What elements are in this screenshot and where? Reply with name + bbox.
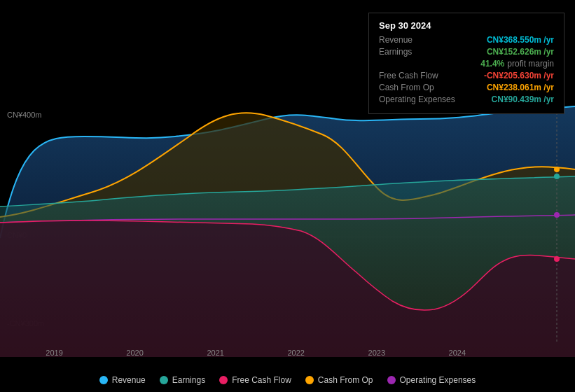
legend-label-revenue: Revenue [112,375,146,385]
legend-label-cfo: Cash From Op [318,375,373,385]
x-label-2019: 2019 [46,349,62,357]
profit-margin-text: profit margin [507,59,554,69]
legend-revenue[interactable]: Revenue [99,375,146,385]
x-axis: 2019 2020 2021 2022 2023 2024 [0,349,575,357]
tooltip-cfo-row: Cash From Op CN¥238.061m /yr [379,83,554,92]
legend-fcf[interactable]: Free Cash Flow [219,375,291,385]
svg-point-4 [554,212,560,218]
svg-point-2 [554,167,560,172]
earnings-label: Earnings [379,47,412,57]
cfo-label: Cash From Op [379,83,434,92]
legend-earnings[interactable]: Earnings [160,375,205,385]
legend-dot-cfo [305,376,314,384]
legend-dot-earnings [160,376,168,384]
profit-margin-row: 41.4% profit margin [379,59,554,69]
x-label-2020: 2020 [126,349,143,357]
tooltip-revenue-row: Revenue CN¥368.550m /yr [379,35,554,45]
tooltip-box: Sep 30 2024 Revenue CN¥368.550m /yr Earn… [368,13,564,114]
opex-label: Operating Expenses [379,94,455,104]
x-label-2023: 2023 [368,349,385,357]
legend-cfo[interactable]: Cash From Op [305,375,373,385]
legend: Revenue Earnings Free Cash Flow Cash Fro… [0,375,575,385]
tooltip-earnings-row: Earnings CN¥152.626m /yr [379,47,554,57]
x-label-2021: 2021 [207,349,223,357]
x-label-2022: 2022 [287,349,304,357]
legend-dot-fcf [219,376,228,384]
cfo-value: CN¥238.061m /yr [487,83,554,92]
fcf-value: -CN¥205.630m /yr [484,71,554,80]
tooltip-fcf-row: Free Cash Flow -CN¥205.630m /yr [379,71,554,80]
chart-container: Sep 30 2024 Revenue CN¥368.550m /yr Earn… [0,0,575,392]
revenue-value: CN¥368.550m /yr [487,35,554,45]
fcf-label: Free Cash Flow [379,71,438,80]
earnings-value: CN¥152.626m /yr [487,47,554,57]
profit-margin-value: 41.4% [480,59,504,69]
opex-value: CN¥90.439m /yr [492,94,554,104]
legend-dot-opex [387,376,396,384]
svg-point-5 [554,256,560,262]
legend-dot-revenue [99,376,108,384]
legend-opex[interactable]: Operating Expenses [387,375,476,385]
tooltip-date: Sep 30 2024 [379,20,554,31]
svg-point-3 [554,174,560,179]
x-label-2024: 2024 [449,349,466,357]
legend-label-fcf: Free Cash Flow [232,375,291,385]
legend-label-opex: Operating Expenses [400,375,476,385]
legend-label-earnings: Earnings [172,375,205,385]
tooltip-opex-row: Operating Expenses CN¥90.439m /yr [379,94,554,104]
revenue-label: Revenue [379,35,413,45]
